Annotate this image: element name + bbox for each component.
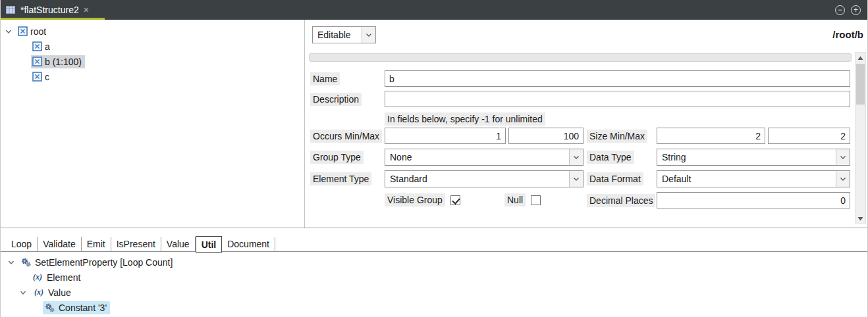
- data-type-value: String: [657, 149, 836, 165]
- structure-tree-panel: root a b (1:100): [1, 20, 305, 228]
- view-controls: − +: [835, 5, 867, 15]
- decimal-places-input[interactable]: [657, 192, 850, 208]
- tree-item-a[interactable]: a: [1, 39, 304, 54]
- data-type-label: Data Type: [587, 151, 634, 164]
- chevron-down-icon: [836, 149, 850, 165]
- tree-item-label: a: [45, 41, 50, 52]
- scrollbar-thumb[interactable]: [856, 64, 865, 105]
- chevron-down-icon[interactable]: [5, 28, 13, 36]
- application-window: *flatStructure2 × − + root: [0, 0, 868, 317]
- element-icon: [32, 72, 42, 82]
- function-icon: (x): [31, 272, 44, 282]
- size-max-input[interactable]: [768, 128, 850, 144]
- minimize-view-button[interactable]: −: [835, 5, 845, 15]
- data-format-label: Data Format: [587, 172, 643, 185]
- element-type-label: Element Type: [310, 172, 371, 185]
- size-min-input[interactable]: [657, 128, 765, 144]
- group-type-label: Group Type: [310, 151, 364, 164]
- unlimited-hint-text: In fields below, specify -1 for unlimite…: [385, 112, 545, 126]
- size-minmax-label: Size Min/Max: [587, 130, 647, 143]
- value-argument-node[interactable]: (x) Value: [1, 285, 867, 300]
- function-tree: SetElementProperty [Loop Count] (x) Elem…: [1, 255, 867, 315]
- visible-group-checkbox[interactable]: [450, 195, 460, 205]
- visible-group-field: Visible Group: [385, 193, 460, 207]
- name-label: Name: [310, 72, 340, 85]
- group-type-value: None: [385, 149, 569, 165]
- visible-group-label: Visible Group: [385, 193, 445, 207]
- chevron-down-icon[interactable]: [19, 289, 27, 297]
- tab-ispresent[interactable]: IsPresent: [111, 237, 161, 251]
- tab-util[interactable]: Util: [196, 236, 223, 253]
- main-area: root a b (1:100): [1, 20, 868, 228]
- editor-tab-bar: *flatStructure2 × − +: [1, 0, 867, 20]
- mode-dropdown[interactable]: Editable: [312, 26, 376, 43]
- tree-item-label: root: [30, 26, 46, 37]
- tab-title: *flatStructure2: [20, 5, 79, 15]
- null-label: Null: [504, 193, 526, 207]
- tree-item-b[interactable]: b (1:100): [1, 54, 304, 69]
- constant-node[interactable]: Constant '3': [1, 300, 867, 315]
- element-icon: [32, 41, 42, 51]
- null-field: Null: [504, 193, 541, 207]
- occurs-minmax-label: Occurs Min/Max: [310, 130, 382, 143]
- tab-validate[interactable]: Validate: [38, 237, 82, 251]
- description-label: Description: [310, 93, 362, 106]
- function-panel: Loop Validate Emit IsPresent Value Util …: [1, 228, 867, 317]
- data-format-value: Default: [657, 171, 836, 187]
- tree-item-label: b (1:100): [45, 57, 82, 67]
- scroll-up-button[interactable]: [855, 53, 865, 63]
- group-type-dropdown[interactable]: None: [385, 149, 583, 166]
- tab-emit[interactable]: Emit: [82, 237, 111, 251]
- element-type-dropdown[interactable]: Standard: [385, 170, 583, 187]
- gears-icon: [44, 303, 55, 313]
- chevron-down-icon: [569, 171, 583, 187]
- setelementproperty-node[interactable]: SetElementProperty [Loop Count]: [1, 255, 867, 270]
- function-node-label: Constant '3': [59, 303, 107, 313]
- occurs-min-input[interactable]: [385, 128, 506, 144]
- element-path: /root/b: [832, 29, 863, 40]
- name-input[interactable]: [385, 70, 850, 87]
- function-icon: (x): [32, 287, 45, 297]
- chevron-down-icon: [569, 149, 583, 165]
- tab-document[interactable]: Document: [222, 237, 275, 251]
- function-node-label: Value: [48, 287, 71, 298]
- chevron-down-icon: [836, 171, 850, 187]
- element-icon: [32, 57, 42, 66]
- tab-value[interactable]: Value: [161, 237, 196, 251]
- structure-file-icon: [5, 5, 16, 15]
- null-checkbox[interactable]: [531, 195, 541, 205]
- tree-item-c[interactable]: c: [1, 69, 304, 84]
- description-input[interactable]: [385, 91, 850, 107]
- chevron-down-icon: [362, 27, 375, 43]
- editor-tab-flatstructure2[interactable]: *flatStructure2 ×: [1, 0, 97, 20]
- gears-icon: [20, 257, 32, 268]
- tree-item-root[interactable]: root: [1, 24, 304, 39]
- element-type-value: Standard: [385, 171, 569, 187]
- mode-dropdown-value: Editable: [313, 27, 362, 43]
- function-node-label: Element: [47, 272, 80, 283]
- data-format-dropdown[interactable]: Default: [657, 170, 850, 187]
- function-tabs: Loop Validate Emit IsPresent Value Util …: [1, 237, 867, 252]
- chevron-down-icon[interactable]: [7, 258, 15, 266]
- element-argument-node[interactable]: (x) Element: [1, 270, 867, 285]
- data-type-dropdown[interactable]: String: [657, 149, 850, 166]
- function-node-label: SetElementProperty [Loop Count]: [35, 257, 173, 268]
- vertical-scrollbar[interactable]: [855, 52, 866, 224]
- tab-loop[interactable]: Loop: [6, 237, 38, 251]
- horizontal-scrollbar[interactable]: [309, 53, 852, 62]
- maximize-view-button[interactable]: +: [851, 5, 861, 15]
- tab-close-icon[interactable]: ×: [84, 5, 89, 14]
- properties-panel: Editable /root/b Name Description In fie…: [306, 20, 868, 228]
- decimal-places-label: Decimal Places: [587, 194, 655, 207]
- element-icon: [18, 26, 28, 36]
- scroll-down-button[interactable]: [855, 213, 865, 224]
- occurs-max-input[interactable]: [508, 128, 583, 144]
- tree-item-label: c: [45, 72, 49, 82]
